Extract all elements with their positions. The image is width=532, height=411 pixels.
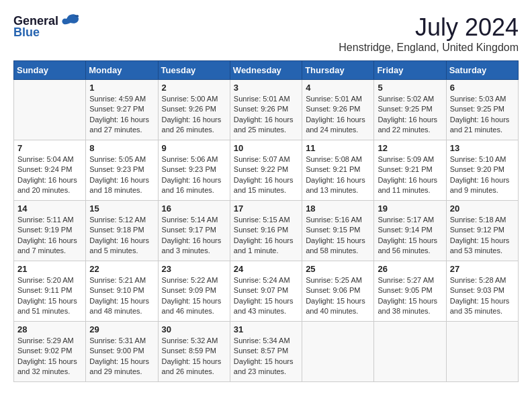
weekday-header-sunday: Sunday	[14, 61, 86, 80]
day-number: 28	[17, 324, 82, 334]
logo-blue-text: Blue	[13, 26, 40, 40]
calendar-cell	[446, 322, 518, 382]
calendar-cell: 8Sunrise: 5:05 AM Sunset: 9:23 PM Daylig…	[86, 140, 158, 201]
title-block: July 2024 Henstridge, England, United Ki…	[339, 13, 519, 54]
week-row-2: 7Sunrise: 5:04 AM Sunset: 9:24 PM Daylig…	[14, 140, 519, 201]
day-number: 5	[378, 83, 442, 93]
calendar-cell: 7Sunrise: 5:04 AM Sunset: 9:24 PM Daylig…	[14, 140, 86, 201]
day-info: Sunrise: 5:28 AM Sunset: 9:03 PM Dayligh…	[450, 275, 515, 317]
day-info: Sunrise: 5:01 AM Sunset: 9:26 PM Dayligh…	[306, 94, 370, 136]
day-info: Sunrise: 5:16 AM Sunset: 9:15 PM Dayligh…	[306, 215, 370, 257]
calendar-cell: 13Sunrise: 5:10 AM Sunset: 9:20 PM Dayli…	[446, 140, 518, 201]
day-info: Sunrise: 5:17 AM Sunset: 9:14 PM Dayligh…	[378, 215, 442, 257]
day-info: Sunrise: 5:34 AM Sunset: 8:57 PM Dayligh…	[234, 336, 298, 377]
calendar-cell: 19Sunrise: 5:17 AM Sunset: 9:14 PM Dayli…	[374, 201, 446, 261]
logo-bird-icon	[61, 13, 80, 28]
calendar-cell: 28Sunrise: 5:29 AM Sunset: 9:02 PM Dayli…	[14, 322, 86, 382]
day-info: Sunrise: 5:02 AM Sunset: 9:25 PM Dayligh…	[378, 94, 442, 136]
day-number: 23	[162, 264, 226, 274]
calendar-cell: 30Sunrise: 5:32 AM Sunset: 8:59 PM Dayli…	[158, 322, 230, 382]
day-info: Sunrise: 4:59 AM Sunset: 9:27 PM Dayligh…	[89, 94, 154, 136]
calendar-cell: 17Sunrise: 5:15 AM Sunset: 9:16 PM Dayli…	[230, 201, 302, 261]
day-info: Sunrise: 5:08 AM Sunset: 9:21 PM Dayligh…	[306, 154, 370, 196]
day-number: 19	[378, 203, 442, 214]
day-info: Sunrise: 5:01 AM Sunset: 9:26 PM Dayligh…	[234, 94, 298, 136]
day-info: Sunrise: 5:15 AM Sunset: 9:16 PM Dayligh…	[234, 215, 298, 257]
day-number: 22	[89, 264, 154, 274]
day-info: Sunrise: 5:25 AM Sunset: 9:06 PM Dayligh…	[306, 275, 370, 317]
logo: General Blue	[13, 13, 80, 40]
location-text: Henstridge, England, United Kingdom	[339, 42, 519, 54]
calendar-cell: 14Sunrise: 5:11 AM Sunset: 9:19 PM Dayli…	[14, 201, 86, 261]
day-number: 4	[306, 83, 370, 93]
day-number: 16	[162, 203, 226, 214]
day-number: 11	[306, 143, 370, 153]
day-number: 14	[17, 203, 82, 214]
day-info: Sunrise: 5:31 AM Sunset: 9:00 PM Dayligh…	[89, 336, 154, 377]
day-info: Sunrise: 5:03 AM Sunset: 9:25 PM Dayligh…	[450, 94, 515, 136]
calendar-cell: 11Sunrise: 5:08 AM Sunset: 9:21 PM Dayli…	[302, 140, 374, 201]
calendar-cell: 20Sunrise: 5:18 AM Sunset: 9:12 PM Dayli…	[446, 201, 518, 261]
day-info: Sunrise: 5:09 AM Sunset: 9:21 PM Dayligh…	[378, 154, 442, 196]
day-number: 6	[450, 83, 515, 93]
day-number: 3	[234, 83, 298, 93]
weekday-header-saturday: Saturday	[446, 61, 518, 80]
day-info: Sunrise: 5:18 AM Sunset: 9:12 PM Dayligh…	[450, 215, 515, 257]
calendar-cell: 9Sunrise: 5:06 AM Sunset: 9:23 PM Daylig…	[158, 140, 230, 201]
calendar-cell: 10Sunrise: 5:07 AM Sunset: 9:22 PM Dayli…	[230, 140, 302, 201]
calendar-cell	[302, 322, 374, 382]
day-number: 18	[306, 203, 370, 214]
calendar-cell: 6Sunrise: 5:03 AM Sunset: 9:25 PM Daylig…	[446, 80, 518, 140]
week-row-4: 21Sunrise: 5:20 AM Sunset: 9:11 PM Dayli…	[14, 261, 519, 322]
calendar-cell: 2Sunrise: 5:00 AM Sunset: 9:26 PM Daylig…	[158, 80, 230, 140]
calendar-cell: 23Sunrise: 5:22 AM Sunset: 9:09 PM Dayli…	[158, 261, 230, 322]
day-info: Sunrise: 5:10 AM Sunset: 9:20 PM Dayligh…	[450, 154, 515, 196]
calendar-cell: 1Sunrise: 4:59 AM Sunset: 9:27 PM Daylig…	[86, 80, 158, 140]
day-info: Sunrise: 5:21 AM Sunset: 9:10 PM Dayligh…	[89, 275, 154, 317]
day-info: Sunrise: 5:24 AM Sunset: 9:07 PM Dayligh…	[234, 275, 298, 317]
day-number: 2	[162, 83, 226, 93]
weekday-header-friday: Friday	[374, 61, 446, 80]
day-number: 21	[17, 264, 82, 274]
day-number: 17	[234, 203, 298, 214]
calendar-cell: 25Sunrise: 5:25 AM Sunset: 9:06 PM Dayli…	[302, 261, 374, 322]
week-row-3: 14Sunrise: 5:11 AM Sunset: 9:19 PM Dayli…	[14, 201, 519, 261]
day-info: Sunrise: 5:00 AM Sunset: 9:26 PM Dayligh…	[162, 94, 226, 136]
calendar-cell: 21Sunrise: 5:20 AM Sunset: 9:11 PM Dayli…	[14, 261, 86, 322]
calendar-cell: 22Sunrise: 5:21 AM Sunset: 9:10 PM Dayli…	[86, 261, 158, 322]
day-number: 10	[234, 143, 298, 153]
day-info: Sunrise: 5:29 AM Sunset: 9:02 PM Dayligh…	[17, 336, 82, 377]
day-info: Sunrise: 5:07 AM Sunset: 9:22 PM Dayligh…	[234, 154, 298, 196]
calendar-cell: 12Sunrise: 5:09 AM Sunset: 9:21 PM Dayli…	[374, 140, 446, 201]
day-number: 15	[89, 203, 154, 214]
day-info: Sunrise: 5:22 AM Sunset: 9:09 PM Dayligh…	[162, 275, 226, 317]
calendar-cell: 24Sunrise: 5:24 AM Sunset: 9:07 PM Dayli…	[230, 261, 302, 322]
weekday-header-row: SundayMondayTuesdayWednesdayThursdayFrid…	[14, 61, 519, 80]
day-info: Sunrise: 5:06 AM Sunset: 9:23 PM Dayligh…	[162, 154, 226, 196]
weekday-header-wednesday: Wednesday	[230, 61, 302, 80]
calendar-cell: 31Sunrise: 5:34 AM Sunset: 8:57 PM Dayli…	[230, 322, 302, 382]
day-info: Sunrise: 5:20 AM Sunset: 9:11 PM Dayligh…	[17, 275, 82, 317]
weekday-header-thursday: Thursday	[302, 61, 374, 80]
calendar-cell: 29Sunrise: 5:31 AM Sunset: 9:00 PM Dayli…	[86, 322, 158, 382]
day-number: 12	[378, 143, 442, 153]
day-number: 8	[89, 143, 154, 153]
month-year-title: July 2024	[339, 13, 519, 42]
calendar-cell: 15Sunrise: 5:12 AM Sunset: 9:18 PM Dayli…	[86, 201, 158, 261]
day-number: 7	[17, 143, 82, 153]
day-info: Sunrise: 5:04 AM Sunset: 9:24 PM Dayligh…	[17, 154, 82, 196]
calendar-cell: 27Sunrise: 5:28 AM Sunset: 9:03 PM Dayli…	[446, 261, 518, 322]
weekday-header-monday: Monday	[86, 61, 158, 80]
calendar-cell: 5Sunrise: 5:02 AM Sunset: 9:25 PM Daylig…	[374, 80, 446, 140]
day-info: Sunrise: 5:27 AM Sunset: 9:05 PM Dayligh…	[378, 275, 442, 317]
day-number: 26	[378, 264, 442, 274]
day-info: Sunrise: 5:12 AM Sunset: 9:18 PM Dayligh…	[89, 215, 154, 257]
calendar-cell: 4Sunrise: 5:01 AM Sunset: 9:26 PM Daylig…	[302, 80, 374, 140]
calendar-cell: 3Sunrise: 5:01 AM Sunset: 9:26 PM Daylig…	[230, 80, 302, 140]
day-number: 29	[89, 324, 154, 334]
day-number: 31	[234, 324, 298, 334]
day-info: Sunrise: 5:11 AM Sunset: 9:19 PM Dayligh…	[17, 215, 82, 257]
day-number: 13	[450, 143, 515, 153]
day-number: 9	[162, 143, 226, 153]
day-number: 30	[162, 324, 226, 334]
